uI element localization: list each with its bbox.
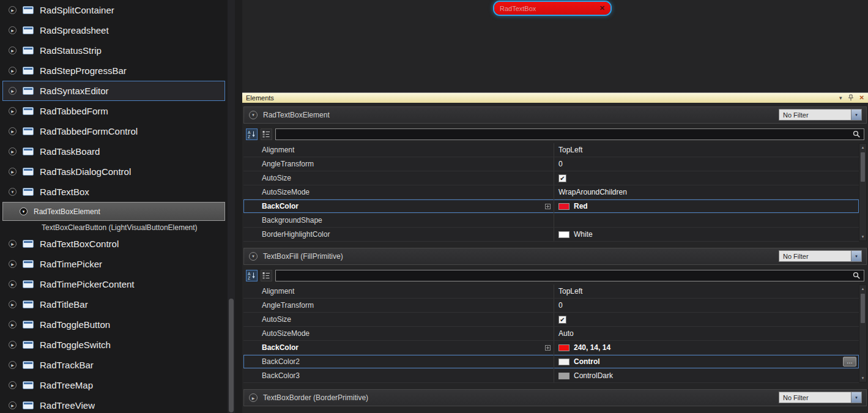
expand-arrow-icon[interactable]: ▶: [9, 107, 17, 115]
scroll-down-icon[interactable]: ▼: [859, 374, 866, 382]
property-row-alignment[interactable]: AlignmentTopLeft: [243, 143, 859, 157]
tree-item-radtabbedform[interactable]: ▶RadTabbedForm: [2, 101, 225, 121]
property-value-cell[interactable]: ControlDark: [554, 369, 859, 382]
expand-arrow-icon[interactable]: ▶: [9, 361, 17, 369]
filter-dropdown[interactable]: No Filter▼: [779, 250, 862, 262]
property-value-cell[interactable]: White: [554, 228, 859, 241]
section-header-textboxborder-borderprimitive[interactable]: ▶TextBoxBorder (BorderPrimitive)No Filte…: [243, 389, 867, 406]
property-value-cell[interactable]: Auto: [554, 327, 859, 340]
property-search-input[interactable]: [278, 130, 852, 138]
expand-arrow-icon[interactable]: ▶: [9, 240, 17, 248]
tree-item-radtabbedformcontrol[interactable]: ▶RadTabbedFormControl: [2, 121, 225, 141]
categorized-view-button[interactable]: [261, 270, 272, 281]
expand-arrow-icon[interactable]: ▶: [9, 87, 17, 95]
expand-arrow-icon[interactable]: ▶: [9, 168, 17, 176]
expand-arrow-icon[interactable]: ▶: [9, 300, 17, 308]
section-header-radtextboxelement[interactable]: ▼RadTextBoxElementNo Filter▼: [243, 106, 867, 124]
property-value-cell[interactable]: TopLeft: [554, 285, 859, 298]
expand-property-icon[interactable]: [545, 204, 551, 209]
scroll-up-icon[interactable]: ▲: [859, 144, 866, 151]
tree-item-radsyntaxeditor[interactable]: ▶RadSyntaxEditor: [2, 81, 225, 101]
expand-arrow-icon[interactable]: ▶: [9, 381, 17, 389]
checkbox-checked-icon[interactable]: ✔: [558, 316, 566, 324]
tree-item-radtrackbar[interactable]: ▶RadTrackBar: [2, 355, 225, 375]
property-value-cell[interactable]: WrapAroundChildren: [554, 185, 859, 199]
tree-item-radsplitcontainer[interactable]: ▶RadSplitContainer: [2, 0, 225, 20]
property-row-backcolor3[interactable]: BackColor3ControlDark: [243, 369, 859, 383]
property-value-cell[interactable]: 0: [554, 157, 859, 171]
scrollbar-thumb[interactable]: [861, 294, 865, 323]
expand-arrow-icon[interactable]: ▶: [9, 127, 17, 135]
filter-dropdown[interactable]: No Filter▼: [779, 109, 862, 121]
scrollbar-thumb[interactable]: [861, 152, 865, 182]
expand-arrow-icon[interactable]: ▶: [9, 280, 17, 288]
ellipsis-button[interactable]: …: [843, 357, 856, 366]
property-grid-scrollbar[interactable]: ▲▼: [859, 285, 867, 382]
checkbox-checked-icon[interactable]: ✔: [558, 174, 566, 182]
expand-arrow-icon[interactable]: ▶: [9, 67, 17, 75]
sort-alphabetical-button[interactable]: AZ: [246, 128, 258, 140]
expand-arrow-icon[interactable]: ▶: [9, 6, 17, 14]
property-row-autosize[interactable]: AutoSize✔: [243, 313, 859, 327]
property-row-backgroundshape[interactable]: BackgroundShape: [243, 214, 859, 228]
expand-arrow-icon[interactable]: ▶: [9, 26, 17, 34]
property-value-cell[interactable]: ✔: [554, 313, 859, 326]
tree-item-radtextboxelement[interactable]: ▼RadTextBoxElement: [2, 202, 225, 221]
tree-item-radstatusstrip[interactable]: ▶RadStatusStrip: [2, 40, 225, 61]
tree-item-radtreemap[interactable]: ▶RadTreeMap: [2, 375, 225, 395]
tree-item-radtextboxcontrol[interactable]: ▶RadTextBoxControl: [2, 234, 225, 254]
property-row-autosizemode[interactable]: AutoSizeModeWrapAroundChildren: [243, 185, 859, 199]
tree-item-radstepprogressbar[interactable]: ▶RadStepProgressBar: [2, 61, 225, 81]
property-row-backcolor[interactable]: BackColorRed: [243, 199, 859, 214]
property-row-angletransform[interactable]: AngleTransform0: [243, 157, 859, 171]
collapse-arrow-icon[interactable]: ▼: [9, 188, 17, 196]
property-value-cell[interactable]: 240, 14, 14: [554, 341, 859, 354]
sort-alphabetical-button[interactable]: AZ: [246, 270, 258, 281]
expand-arrow-icon[interactable]: ▶: [9, 47, 17, 54]
expand-property-icon[interactable]: [545, 345, 551, 351]
expand-arrow-icon[interactable]: ▶: [9, 341, 17, 349]
filter-dropdown-arrow-icon[interactable]: ▼: [851, 251, 861, 261]
expand-arrow-icon[interactable]: ▶: [9, 401, 17, 409]
radtextbox-preview[interactable]: RadTextBox ✕: [494, 2, 610, 15]
section-expand-icon[interactable]: ▶: [249, 393, 258, 402]
panel-pin-icon[interactable]: [848, 94, 854, 102]
property-search-box[interactable]: [275, 270, 864, 281]
property-value-cell[interactable]: Control…: [554, 355, 859, 368]
property-value-cell[interactable]: 0: [554, 299, 859, 312]
scroll-up-icon[interactable]: ▲: [859, 285, 866, 292]
tree-item-radtoggleswitch[interactable]: ▶RadToggleSwitch: [2, 335, 225, 355]
tree-item-radspreadsheet[interactable]: ▶RadSpreadsheet: [2, 20, 225, 40]
property-row-angletransform[interactable]: AngleTransform0: [243, 299, 859, 313]
expand-arrow-icon[interactable]: ▶: [9, 321, 17, 329]
property-row-alignment[interactable]: AlignmentTopLeft: [243, 285, 859, 299]
tree-scrollbar-thumb[interactable]: [229, 299, 234, 412]
expand-arrow-icon[interactable]: ▶: [9, 147, 17, 155]
property-row-autosizemode[interactable]: AutoSizeModeAuto: [243, 327, 859, 341]
section-collapse-icon[interactable]: ▼: [249, 111, 258, 119]
property-search-input[interactable]: [278, 271, 852, 280]
property-value-cell[interactable]: Red: [554, 199, 859, 213]
property-row-autosize[interactable]: AutoSize✔: [243, 171, 859, 185]
expand-arrow-icon[interactable]: ▶: [9, 260, 17, 268]
section-header-textboxfill-fillprimitive[interactable]: ▼TextBoxFill (FillPrimitive)No Filter▼: [243, 248, 867, 265]
tree-item-radtimepickercontent[interactable]: ▶RadTimePickerContent: [2, 274, 225, 294]
property-value-cell[interactable]: ✔: [554, 171, 859, 185]
categorized-view-button[interactable]: [261, 128, 272, 140]
tree-item-radtextbox[interactable]: ▼RadTextBox: [2, 182, 225, 202]
panel-close-icon[interactable]: ✕: [859, 95, 864, 101]
filter-dropdown-arrow-icon[interactable]: ▼: [851, 392, 861, 403]
property-search-box[interactable]: [275, 128, 864, 140]
filter-dropdown[interactable]: No Filter▼: [779, 392, 862, 403]
property-row-borderhighlightcolor[interactable]: BorderHighlightColorWhite: [243, 228, 859, 242]
property-value-cell[interactable]: TopLeft: [554, 143, 859, 157]
tree-item-radtimepicker[interactable]: ▶RadTimePicker: [2, 254, 225, 274]
tree-item-radtitlebar[interactable]: ▶RadTitleBar: [2, 294, 225, 314]
tree-item-radtaskdialogcontrol[interactable]: ▶RadTaskDialogControl: [2, 162, 225, 182]
property-value-cell[interactable]: [554, 214, 859, 227]
property-row-backcolor[interactable]: BackColor240, 14, 14: [243, 341, 859, 355]
property-grid-scrollbar[interactable]: ▲▼: [859, 143, 867, 241]
element-marker-icon[interactable]: ▼: [20, 207, 28, 215]
filter-dropdown-arrow-icon[interactable]: ▼: [851, 110, 861, 120]
tree-item-radtreeview[interactable]: ▶RadTreeView: [2, 395, 225, 413]
